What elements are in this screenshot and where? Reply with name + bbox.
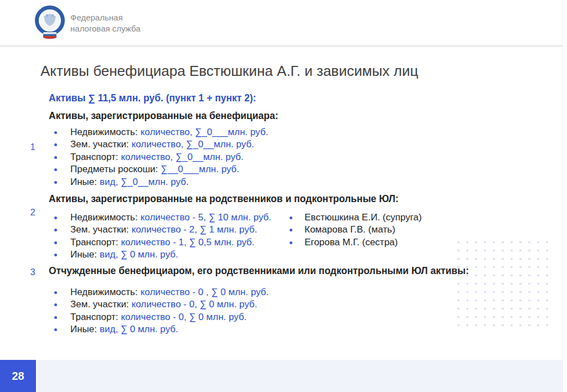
section-number-2: 2 [27, 207, 39, 218]
assets-total-line: Активы ∑ 11,5 млн. руб. (пункт 1 + пункт… [49, 92, 256, 104]
asset-item: Транспорт:количество, ∑_0__млн. руб. [54, 151, 268, 163]
bullet-icon [54, 216, 57, 219]
section1-heading: Активы, зарегистрированные на бенефициар… [49, 110, 278, 122]
org-name-line1: Федеральная [70, 12, 141, 23]
presentation-slide: Федеральная налоговая служба Активы бене… [0, 0, 567, 392]
org-name-line2: налоговая служба [70, 23, 141, 34]
asset-label: Недвижимость: [70, 287, 138, 297]
asset-item: Транспорт:количество - 0, ∑ 0 млн. руб. [54, 311, 269, 323]
bullet-icon [54, 229, 57, 231]
bullet-icon [290, 229, 292, 231]
asset-value: количество, ∑_0___млн. руб. [141, 127, 269, 137]
section3-heading: Отчужденные бенефициаром, его родственни… [49, 265, 469, 277]
section-number-1: 1 [27, 142, 39, 152]
relative-name: Егорова М.Г. (сестра) [305, 237, 398, 247]
asset-value: количество - 0, ∑ 0 млн. руб. [121, 312, 246, 322]
org-name: Федеральная налоговая служба [70, 12, 141, 34]
asset-value: количество - 1, ∑ 0,5 млн. руб. [121, 237, 254, 247]
bullet-icon [54, 328, 57, 331]
bullet-icon [290, 241, 292, 244]
asset-value: вид, ∑ 0 млн. руб. [100, 249, 178, 260]
asset-item: Зем. участки:количество, ∑_0__млн. руб. [54, 138, 268, 151]
asset-value: вид, ∑_0__млн. руб. [100, 177, 189, 187]
bullet-icon [54, 291, 57, 294]
asset-label: Транспорт: [70, 237, 118, 247]
asset-label: Транспорт: [70, 312, 118, 322]
bullet-icon [54, 168, 57, 171]
asset-item: Недвижимость:количество, ∑_0___млн. руб. [54, 126, 268, 138]
asset-value: количество - 0 , ∑ 0 млн. руб. [141, 287, 269, 297]
relative-item: Евстюшкина Е.И. (супруга) [289, 212, 422, 224]
bullet-icon [54, 181, 57, 184]
asset-value: количество, ∑_0__млн. руб. [132, 139, 254, 149]
asset-value: количество - 5, ∑ 10 млн. руб. [141, 212, 271, 223]
bullet-icon [54, 254, 57, 256]
relatives-list: Евстюшкина Е.И. (супруга) Комарова Г.В. … [289, 212, 422, 249]
asset-label: Иные: [70, 177, 97, 187]
page-title: Активы бенефициара Евстюшкина А.Г. и зав… [40, 63, 418, 80]
asset-label: Зем. участки: [70, 299, 129, 310]
asset-item: Зем. участки:количество - 0, ∑ 0 млн. ру… [54, 298, 269, 311]
section2-list: Недвижимость:количество - 5, ∑ 10 млн. р… [54, 212, 271, 261]
bullet-icon [54, 143, 57, 146]
asset-item: Зем. участки:количество - 2, ∑ 1 млн. ру… [54, 224, 271, 236]
asset-label: Иные: [70, 324, 97, 334]
asset-value: ∑__0___млн. руб. [161, 164, 239, 174]
asset-item: Транспорт:количество - 1, ∑ 0,5 млн. руб… [54, 236, 271, 249]
asset-label: Недвижимость: [70, 212, 138, 223]
asset-value: количество, ∑_0__млн. руб. [121, 152, 243, 162]
bullet-icon [290, 216, 292, 219]
asset-label: Зем. участки: [70, 139, 129, 149]
relative-item: Комарова Г.В. (мать) [289, 224, 422, 236]
relative-name: Евстюшкина Е.И. (супруга) [305, 212, 422, 223]
bullet-icon [54, 241, 57, 244]
asset-item: Недвижимость:количество - 0 , ∑ 0 млн. р… [54, 286, 269, 298]
asset-value: количество - 2, ∑ 1 млн. руб. [132, 224, 257, 235]
bullet-icon [54, 156, 57, 159]
section-number-3: 3 [27, 267, 39, 277]
asset-label: Недвижимость: [70, 127, 138, 137]
asset-item: Иные:вид, ∑ 0 млн. руб. [54, 249, 271, 261]
section2-heading: Активы, зарегистрированные на родственни… [49, 193, 399, 205]
asset-item: Предметы роскоши:∑__0___млн. руб. [54, 163, 268, 176]
asset-item: Иные:вид, ∑ 0 млн. руб. [54, 323, 269, 336]
slide-right-edge [563, 0, 563, 392]
asset-label: Транспорт: [70, 152, 118, 162]
asset-label: Предметы роскоши: [70, 164, 158, 174]
header-divider [0, 45, 563, 47]
footer-bar [37, 360, 563, 392]
page-number-badge: 28 [0, 360, 36, 392]
dot-grid-decoration [454, 238, 553, 332]
asset-value: количество - 0, ∑ 0 млн. руб. [132, 299, 257, 310]
relative-item: Егорова М.Г. (сестра) [289, 236, 422, 249]
asset-label: Иные: [70, 249, 97, 260]
section3-list: Недвижимость:количество - 0 , ∑ 0 млн. р… [54, 286, 269, 336]
asset-value: вид, ∑ 0 млн. руб. [100, 324, 178, 334]
relative-name: Комарова Г.В. (мать) [305, 224, 395, 235]
bullet-icon [54, 316, 57, 319]
bullet-icon [54, 303, 57, 306]
section1-list: Недвижимость:количество, ∑_0___млн. руб.… [54, 126, 268, 188]
fns-logo-icon [34, 4, 65, 40]
bullet-icon [54, 131, 57, 134]
asset-item: Иные:вид, ∑_0__млн. руб. [54, 176, 268, 188]
asset-label: Зем. участки: [70, 224, 129, 235]
asset-item: Недвижимость:количество - 5, ∑ 10 млн. р… [54, 212, 271, 224]
